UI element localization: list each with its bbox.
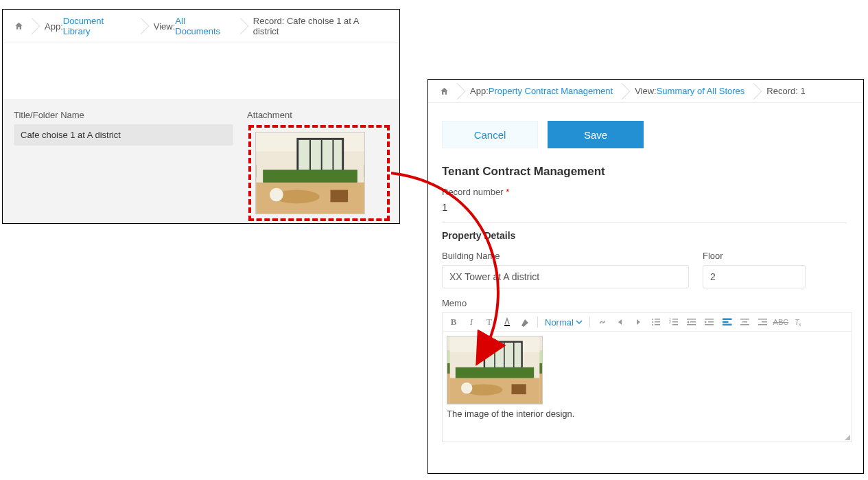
interior-image-icon <box>256 133 364 214</box>
svg-rect-43 <box>485 343 521 367</box>
svg-point-16 <box>652 324 653 325</box>
svg-rect-50 <box>512 384 526 394</box>
rich-text-editor: B I T Normal 12 <box>442 312 852 442</box>
svg-point-12 <box>652 319 653 320</box>
building-name-label: Building Name <box>442 251 689 261</box>
document-library-panel: App: Document Library View: All Document… <box>2 9 400 224</box>
breadcrumb-home[interactable] <box>434 84 458 98</box>
page-title: Tenant Contract Management <box>442 165 849 179</box>
italic-icon[interactable]: I <box>466 317 477 328</box>
breadcrumb-app-prefix: App: <box>470 86 489 96</box>
breadcrumb-app-link: Document Library <box>63 16 132 36</box>
svg-rect-18 <box>672 319 678 320</box>
svg-rect-26 <box>705 319 714 320</box>
breadcrumb-view-prefix: View: <box>635 86 657 96</box>
breadcrumb-app-prefix: App: <box>45 21 63 32</box>
attachment-highlight <box>248 125 390 221</box>
property-contract-panel: App: Property Contract Management View: … <box>427 79 864 474</box>
breadcrumb: App: Document Library View: All Document… <box>3 10 399 43</box>
interior-image-icon <box>447 336 542 404</box>
link-icon[interactable] <box>597 317 608 328</box>
svg-rect-23 <box>687 319 696 320</box>
svg-rect-3 <box>298 140 342 170</box>
format-label: Normal <box>545 317 574 328</box>
breadcrumb-view-prefix: View: <box>154 21 176 32</box>
record-number-label: Record number * <box>442 187 849 197</box>
number-list-icon[interactable]: 12 <box>668 317 679 328</box>
svg-text:x: x <box>799 322 801 327</box>
inserted-image[interactable] <box>447 336 543 404</box>
strikethrough-icon[interactable]: ABC <box>775 317 786 328</box>
record-number-value: 1 <box>442 201 849 213</box>
svg-rect-30 <box>723 321 728 323</box>
svg-rect-33 <box>742 321 747 323</box>
undo-icon[interactable] <box>615 317 626 328</box>
section-property-details: Property Details <box>442 230 849 241</box>
breadcrumb-record: Record: Cafe choise 1 at A district <box>241 14 394 38</box>
breadcrumb-app[interactable]: App: Property Contract Management <box>458 84 622 98</box>
building-name-input[interactable] <box>442 265 689 288</box>
record-number-label-text: Record number <box>442 187 504 197</box>
breadcrumb-record-text: Record: 1 <box>766 86 805 96</box>
memo-label: Memo <box>442 298 467 308</box>
highlight-icon[interactable] <box>519 317 530 328</box>
breadcrumb-home[interactable] <box>8 19 32 33</box>
breadcrumb-record: Record: 1 <box>754 84 814 98</box>
svg-rect-13 <box>655 319 660 320</box>
svg-rect-37 <box>758 324 767 325</box>
svg-point-14 <box>652 321 653 323</box>
svg-rect-28 <box>705 324 714 325</box>
bullet-list-icon[interactable] <box>650 317 661 328</box>
toolbar-separator <box>589 317 590 328</box>
svg-rect-31 <box>723 324 731 325</box>
redo-icon[interactable] <box>633 317 644 328</box>
svg-rect-25 <box>687 324 696 325</box>
breadcrumb-view[interactable]: View: All Documents <box>141 14 241 38</box>
svg-rect-24 <box>690 321 696 323</box>
home-icon <box>439 87 449 96</box>
svg-rect-35 <box>758 319 767 320</box>
breadcrumb-view-link: Summary of All Stores <box>657 86 745 96</box>
indent-icon[interactable] <box>704 317 715 328</box>
column-title-label: Title/Folder Name <box>14 110 247 120</box>
attachment-thumbnail[interactable] <box>255 132 365 214</box>
align-center-icon[interactable] <box>740 317 751 328</box>
text-color-icon[interactable] <box>502 317 513 328</box>
breadcrumb-app[interactable]: App: Document Library <box>32 14 141 38</box>
breadcrumb-view-link: All Documents <box>175 16 231 36</box>
breadcrumb-app-link: Property Contract Management <box>489 86 613 96</box>
memo-caption: The image of the interior design. <box>447 409 847 419</box>
svg-rect-32 <box>740 319 749 320</box>
breadcrumb-view[interactable]: View: Summary of All Stores <box>622 84 754 98</box>
record-body: Title/Folder Name Attachment Cafe choise… <box>3 99 399 223</box>
breadcrumb-record-text: Record: Cafe choise 1 at A district <box>253 16 384 36</box>
clear-format-icon[interactable]: Tx <box>793 317 804 328</box>
align-left-icon[interactable] <box>722 317 733 328</box>
svg-rect-47 <box>456 367 534 380</box>
svg-rect-7 <box>263 170 357 185</box>
text-size-icon[interactable]: T <box>484 317 495 328</box>
svg-text:2: 2 <box>669 320 671 324</box>
editor-toolbar: B I T Normal 12 <box>443 313 852 332</box>
title-folder-value: Cafe choise 1 at A district <box>14 124 233 146</box>
svg-rect-10 <box>331 190 349 203</box>
svg-point-51 <box>461 382 472 393</box>
svg-point-11 <box>270 188 283 202</box>
svg-rect-27 <box>708 321 714 323</box>
resize-handle-icon[interactable] <box>845 435 850 440</box>
required-asterisk: * <box>506 187 509 197</box>
cancel-button[interactable]: Cancel <box>442 121 538 148</box>
breadcrumb: App: Property Contract Management View: … <box>428 80 863 103</box>
align-right-icon[interactable] <box>758 317 769 328</box>
bold-icon[interactable]: B <box>448 317 459 328</box>
svg-rect-36 <box>762 321 767 323</box>
svg-rect-19 <box>672 321 678 323</box>
floor-input[interactable] <box>703 265 806 288</box>
format-dropdown[interactable]: Normal <box>545 317 583 328</box>
outdent-icon[interactable] <box>686 317 697 328</box>
svg-rect-34 <box>740 324 749 325</box>
column-attachment-label: Attachment <box>247 110 292 120</box>
svg-rect-29 <box>723 319 731 320</box>
editor-content[interactable]: The image of the interior design. <box>443 332 852 442</box>
save-button[interactable]: Save <box>548 121 644 148</box>
